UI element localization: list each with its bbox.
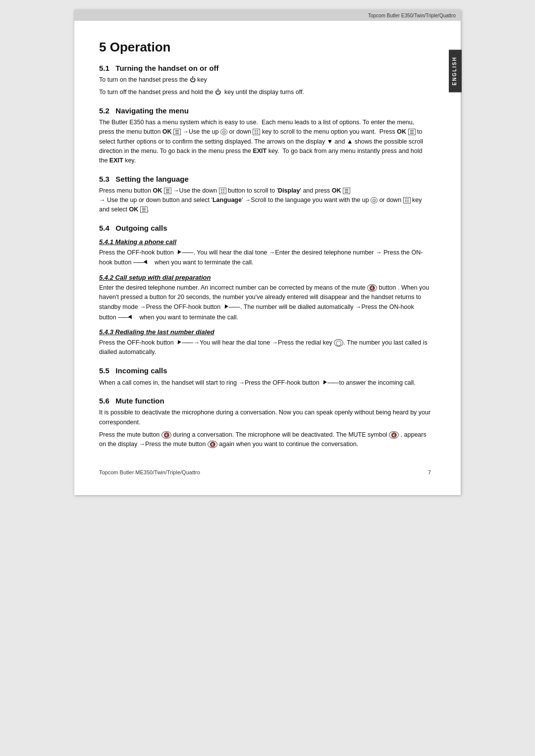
s52-para1: The Butler E350 has a menu system which … — [99, 118, 431, 166]
section-5-1-title: 5.1 Turning the handset on or off — [99, 64, 431, 72]
section-5-4-1-title: 5.4.1 Making a phone call — [99, 238, 431, 246]
detected-and: and — [179, 89, 190, 96]
page-number: 7 — [428, 469, 431, 475]
s542-para1: Enter the desired telephone number. An i… — [99, 283, 431, 323]
footer: Topcom Butler ME350/Twin/Triple/Quattro … — [99, 469, 431, 475]
s543-para1: Press the OFF-hook button ►—— →You will … — [99, 338, 431, 357]
s51-para2: To turn off the handset press and hold t… — [99, 88, 431, 97]
s51-para1: To turn on the handset press the ⏻ key — [99, 75, 431, 85]
section-5-2-title: 5.2 Navigating the menu — [99, 106, 431, 115]
s56-para1: It is possible to deactivate the microph… — [99, 408, 431, 427]
section-5-3-title: 5.3 Setting the language — [99, 175, 431, 183]
english-tab: ENGLISH — [449, 50, 462, 92]
section-5-4-3-title: 5.4.3 Redialing the last number dialed — [99, 328, 431, 336]
s55-para1: When a call comes in, the handset will s… — [99, 378, 431, 388]
header-bar: Topcom Butler E350/Twin/Triple/Quattro — [74, 10, 461, 21]
s56-para2: Press the mute button 🔇 during a convers… — [99, 430, 431, 450]
section-5-5-title: 5.5 Incoming calls — [99, 366, 431, 375]
chapter-title: 5 Operation — [99, 40, 431, 55]
s53-para1: Press menu button OK ☰ →Use the down ☷ b… — [99, 186, 431, 215]
section-5-6-title: 5.6 Mute function — [99, 397, 431, 405]
section-5-4-title: 5.4 Outgoing calls — [99, 224, 431, 232]
header-title: Topcom Butler E350/Twin/Triple/Quattro — [368, 13, 456, 18]
section-5-4-2-title: 5.4.2 Call setup with dial preparation — [99, 274, 431, 281]
page: Topcom Butler E350/Twin/Triple/Quattro E… — [74, 10, 461, 495]
footer-label: Topcom Butler ME350/Twin/Triple/Quattro — [99, 469, 200, 475]
main-content: 5 Operation 5.1 Turning the handset on o… — [99, 40, 431, 450]
s541-para1: Press the OFF-hook button ►—— . You will… — [99, 248, 431, 268]
